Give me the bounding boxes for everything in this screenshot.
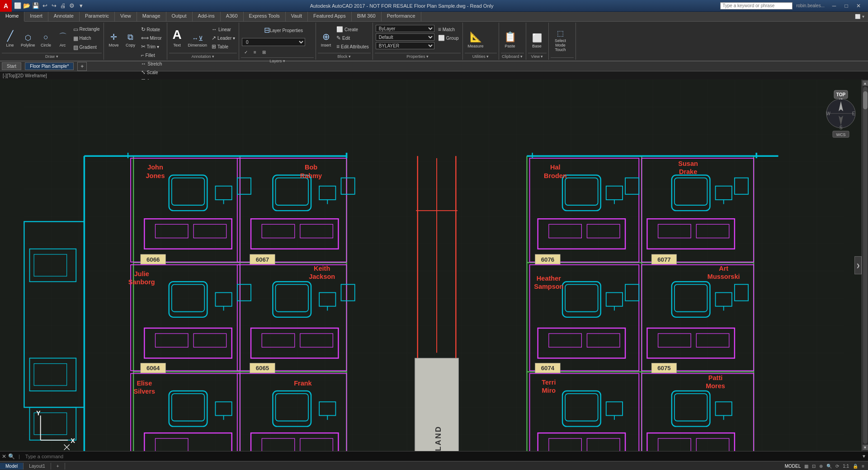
select-mode-btn[interactable]: ⬚ Select Mode Touch bbox=[552, 28, 569, 53]
layers-group-label[interactable]: Layers ▾ bbox=[241, 57, 314, 63]
tab-insert[interactable]: Insert bbox=[24, 12, 48, 21]
minimize-btn[interactable]: ─ bbox=[828, 0, 840, 12]
linear-btn[interactable]: ↔ Linear bbox=[210, 25, 237, 33]
properties-btn[interactable]: ⚙ bbox=[68, 2, 76, 10]
dimension-btn[interactable]: ↔⊻ Dimension bbox=[186, 24, 210, 49]
make-current-btn[interactable]: ✓ bbox=[242, 48, 250, 56]
workspace-dropdown[interactable]: ▾ bbox=[862, 14, 864, 19]
tab-floor-plan[interactable]: Floor Plan Sample* bbox=[25, 62, 74, 70]
gradient-btn[interactable]: ▨ Gradient bbox=[71, 43, 102, 52]
vertical-scrollbar[interactable]: ▲ ▼ bbox=[862, 80, 868, 451]
scroll-track bbox=[863, 87, 868, 444]
clipboard-group-label[interactable]: Clipboard ▾ bbox=[501, 53, 524, 59]
tab-home[interactable]: Home bbox=[0, 12, 24, 22]
trim-dropdown-btn[interactable]: ✂ Trim ▾ bbox=[139, 42, 164, 51]
edit-attributes-btn[interactable]: ≡ Edit Attributes bbox=[335, 42, 371, 51]
tab-annotate[interactable]: Annotate bbox=[48, 12, 80, 21]
match-props-btn[interactable]: ≡ Match bbox=[436, 25, 461, 33]
new-btn[interactable]: ⬜ bbox=[14, 2, 22, 10]
tab-addins[interactable]: Add-ins bbox=[193, 12, 221, 21]
line-btn[interactable]: ╱ Line bbox=[2, 24, 18, 49]
tab-a360[interactable]: A360 bbox=[221, 12, 244, 21]
lock-btn[interactable]: 🔒 bbox=[853, 464, 858, 469]
scroll-thumb[interactable] bbox=[863, 91, 868, 109]
svg-text:Hal: Hal bbox=[550, 164, 561, 171]
copy-btn[interactable]: ⧉ Copy bbox=[123, 24, 139, 49]
tab-vault[interactable]: Vault bbox=[286, 12, 308, 21]
paste-btn[interactable]: 📋 Paste bbox=[502, 24, 519, 50]
ortho-btn[interactable]: ⊕ bbox=[819, 464, 823, 469]
group-btn[interactable]: ⬜ Group bbox=[436, 34, 461, 42]
scroll-up-btn[interactable]: ▲ bbox=[863, 80, 868, 86]
customize-btn[interactable]: ≡ bbox=[862, 464, 864, 469]
tab-output[interactable]: Output bbox=[166, 12, 193, 21]
undo-btn[interactable]: ↩ bbox=[41, 2, 49, 10]
add-layout-btn[interactable]: + bbox=[51, 463, 65, 470]
mirror-btn[interactable]: ⟺ Mirror bbox=[139, 34, 164, 42]
match-layer-btn[interactable]: ≡ bbox=[251, 48, 259, 56]
drawing-area[interactable]: 6066 6067 6064 6065 6062 6063 6076 6077 … bbox=[0, 80, 868, 451]
tab-view[interactable]: View bbox=[115, 12, 137, 21]
cmd-close-icon[interactable]: ✕ bbox=[2, 453, 6, 460]
app-icon[interactable]: A bbox=[0, 0, 12, 12]
tab-start[interactable]: Start bbox=[2, 62, 21, 70]
edit-block-btn[interactable]: ✎ Edit bbox=[335, 34, 371, 42]
base-btn[interactable]: ⬜ Base bbox=[529, 24, 545, 50]
add-tab-btn[interactable]: + bbox=[77, 62, 87, 71]
svg-text:Sanborg: Sanborg bbox=[128, 278, 155, 286]
view-rotate-btn[interactable]: ⟳ bbox=[835, 464, 839, 469]
fillet-btn[interactable]: ⌐ Fillet bbox=[139, 51, 164, 59]
layer-properties-btn[interactable]: ⊟ Layer Properties bbox=[242, 24, 305, 37]
linetype-dropdown[interactable]: Default bbox=[376, 33, 434, 41]
polyline-btn[interactable]: ⬡ Polyline bbox=[19, 24, 38, 49]
color-dropdown[interactable]: ByLayer bbox=[376, 25, 434, 32]
tab-bim360[interactable]: BIM 360 bbox=[352, 12, 382, 21]
leader-icon: ↗ bbox=[212, 35, 216, 41]
leader-btn[interactable]: ↗ Leader ▾ bbox=[210, 34, 237, 42]
create-block-btn[interactable]: ⬜ Create bbox=[335, 25, 371, 33]
scroll-down-btn[interactable]: ▼ bbox=[863, 445, 868, 450]
tab-manage[interactable]: Manage bbox=[137, 12, 166, 21]
redo-btn[interactable]: ↪ bbox=[50, 2, 58, 10]
maximize-btn[interactable]: □ bbox=[840, 0, 852, 12]
close-btn[interactable]: ✕ bbox=[853, 0, 864, 12]
tab-parametric[interactable]: Parametric bbox=[80, 12, 115, 21]
command-input[interactable] bbox=[24, 454, 860, 459]
properties-group-label[interactable]: Properties ▾ bbox=[375, 53, 461, 59]
stretch-btn[interactable]: ↔ Stretch bbox=[139, 60, 164, 68]
qa-dropdown[interactable]: ▾ bbox=[77, 2, 85, 10]
save-btn[interactable]: 💾 bbox=[32, 2, 40, 10]
circle-btn[interactable]: ○ Circle bbox=[38, 24, 54, 49]
rotate-btn[interactable]: ↻ Rotate bbox=[139, 25, 164, 33]
open-btn[interactable]: 📂 bbox=[23, 2, 31, 10]
insert-btn[interactable]: ⊕ Insert bbox=[318, 24, 334, 49]
snap-btn[interactable]: ⊡ bbox=[812, 464, 816, 469]
layer-dropdown[interactable]: 0 bbox=[242, 38, 305, 46]
move-btn[interactable]: ✛ Move bbox=[106, 24, 122, 49]
search-input[interactable] bbox=[720, 2, 793, 9]
zoom-btn[interactable]: 🔍 bbox=[826, 464, 832, 469]
draw-group-label[interactable]: Draw ▾ bbox=[2, 53, 102, 59]
lineweight-dropdown[interactable]: BYLAYER bbox=[376, 42, 434, 49]
tab-layout1[interactable]: Layout1 bbox=[24, 463, 51, 470]
tab-featured[interactable]: Featured Apps bbox=[308, 12, 352, 21]
tab-express[interactable]: Express Tools bbox=[244, 12, 286, 21]
match-properties-btn[interactable]: ⊞ bbox=[260, 48, 268, 56]
text-btn[interactable]: A Text bbox=[169, 24, 185, 49]
arc-btn[interactable]: ⌒ Arc bbox=[55, 24, 71, 49]
utilities-group-label[interactable]: Utilities ▾ bbox=[465, 53, 497, 59]
tab-performance[interactable]: Performance bbox=[382, 12, 421, 21]
block-group-label[interactable]: Block ▾ bbox=[318, 53, 371, 59]
tab-model[interactable]: Model bbox=[0, 463, 24, 470]
rectangle-btn[interactable]: ▭ Rectangle bbox=[71, 25, 102, 33]
hatch-btn[interactable]: ▦ Hatch bbox=[71, 34, 102, 42]
view-group-label[interactable]: View ▾ bbox=[528, 53, 547, 59]
measure-btn[interactable]: 📐 Measure bbox=[466, 24, 486, 50]
panel-collapse-arrow[interactable]: ❯ bbox=[854, 256, 862, 274]
annotation-group-label[interactable]: Annotation ▾ bbox=[169, 53, 237, 59]
table-btn[interactable]: ⊞ Table bbox=[210, 42, 237, 51]
cmd-dropdown-btn[interactable]: ▼ bbox=[862, 454, 866, 459]
scale-btn[interactable]: ⤡ Scale bbox=[139, 68, 164, 76]
print-btn[interactable]: 🖨 bbox=[59, 2, 67, 10]
grid-btn[interactable]: ▦ bbox=[804, 464, 808, 469]
